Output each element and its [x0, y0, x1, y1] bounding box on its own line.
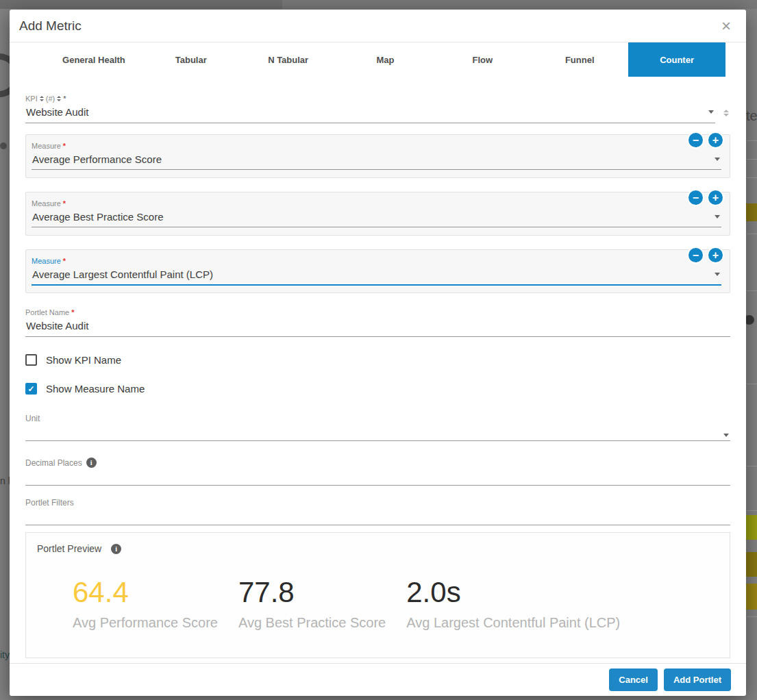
measure-select-value: Average Largest Contentful Paint (LCP)	[32, 268, 709, 280]
portlet-filters-label: Portlet Filters	[25, 498, 730, 508]
chevron-down-icon	[708, 110, 714, 114]
background-text-fragment: ity	[0, 649, 10, 660]
unit-select[interactable]	[25, 423, 730, 441]
spinner-updown-icon[interactable]	[723, 110, 729, 116]
measure-1-actions: − +	[687, 132, 724, 149]
sort-updown-icon	[40, 96, 44, 101]
background-row-line	[746, 466, 757, 466]
show-kpi-name-checkbox[interactable]: Show KPI Name	[25, 354, 121, 366]
cancel-button[interactable]: Cancel	[609, 668, 658, 691]
show-measure-name-checkbox[interactable]: ✓ Show Measure Name	[25, 383, 145, 395]
decimal-places-input[interactable]	[25, 468, 730, 486]
remove-measure-button[interactable]: −	[687, 247, 704, 264]
checkbox-label: Show Measure Name	[46, 383, 145, 395]
checkbox-label: Show KPI Name	[46, 354, 121, 366]
counter-value: 64.4	[73, 576, 218, 609]
portlet-name-input[interactable]: Website Audit	[25, 316, 730, 337]
modal-header: Add Metric ×	[10, 10, 746, 42]
tab-funnel[interactable]: Funnel	[531, 42, 628, 77]
background-row-line	[746, 177, 757, 178]
decimal-places-label: Decimal Places i	[25, 458, 730, 468]
background-row-line	[746, 140, 757, 141]
measure-select-1[interactable]: Average Performance Score	[32, 150, 721, 170]
modal-footer: Cancel Add Portlet	[10, 663, 746, 696]
add-measure-button[interactable]: +	[707, 132, 724, 149]
counter-lcp: 2.0s Avg Largest Contentful Paint (LCP)	[406, 576, 620, 631]
sort-updown-icon	[57, 96, 61, 101]
add-measure-button[interactable]: +	[707, 189, 724, 206]
kpi-label: KPI (#) *	[25, 95, 730, 103]
measure-label: Measure*	[32, 142, 721, 150]
modal-body: KPI (#) * Website Audit − + Measure*	[10, 77, 746, 663]
info-icon[interactable]: i	[111, 544, 121, 554]
background-row-line	[746, 290, 757, 291]
counter-label: Avg Performance Score	[73, 615, 218, 631]
counter-best-practice-score: 77.8 Avg Best Practice Score	[238, 576, 386, 631]
measure-2-actions: − +	[687, 189, 724, 206]
counter-value: 77.8	[238, 576, 386, 609]
portlet-name-value: Website Audit	[26, 320, 729, 332]
measure-select-value: Average Best Practice Score	[32, 211, 709, 223]
decimal-places-block: Decimal Places i	[25, 458, 730, 486]
portlet-preview-panel: Portlet Preview i 64.4 Avg Performance S…	[25, 532, 730, 658]
tab-flow[interactable]: Flow	[434, 42, 531, 77]
measure-select-value: Average Performance Score	[32, 153, 709, 165]
measure-block-2: − + Measure* Average Best Practice Score	[25, 192, 730, 236]
background-row-line	[746, 616, 757, 617]
chevron-down-icon	[715, 215, 720, 218]
unit-block: Unit	[25, 414, 730, 441]
preview-counters: 64.4 Avg Performance Score 77.8 Avg Best…	[37, 576, 719, 631]
measure-block-3: − + Measure* Average Largest Contentful …	[25, 249, 730, 293]
add-measure-button[interactable]: +	[707, 247, 724, 264]
portlet-filters-input[interactable]	[25, 508, 730, 525]
background-dot	[0, 142, 7, 149]
required-mark: *	[63, 199, 66, 208]
add-portlet-button[interactable]: Add Portlet	[664, 668, 731, 691]
background-row-line	[746, 159, 757, 160]
required-mark: *	[63, 142, 66, 150]
required-mark: *	[63, 95, 66, 103]
remove-measure-button[interactable]: −	[687, 189, 704, 206]
tab-map[interactable]: Map	[337, 42, 434, 77]
kpi-select[interactable]: Website Audit	[25, 103, 715, 123]
remove-measure-button[interactable]: −	[687, 132, 704, 149]
tab-general-health[interactable]: General Health	[45, 42, 142, 77]
measure-block-1: − + Measure* Average Performance Score	[25, 134, 730, 178]
measure-3-actions: − +	[687, 247, 724, 264]
required-mark: *	[71, 308, 74, 316]
chevron-down-icon	[723, 434, 729, 437]
counter-performance-score: 64.4 Avg Performance Score	[73, 576, 218, 631]
measure-label: Measure*	[32, 199, 721, 208]
tab-n-tabular[interactable]: N Tabular	[240, 42, 337, 77]
tab-bar: General Health Tabular N Tabular Map Flo…	[10, 42, 746, 77]
chevron-down-icon	[715, 158, 720, 161]
kpi-select-value: Website Audit	[26, 106, 703, 118]
background-row-line	[746, 234, 757, 234]
measure-label: Measure*	[32, 257, 721, 265]
close-icon[interactable]: ×	[717, 16, 735, 36]
unit-label: Unit	[25, 414, 730, 423]
info-icon[interactable]: i	[86, 458, 97, 468]
counter-label: Avg Largest Contentful Paint (LCP)	[406, 615, 620, 631]
tab-counter[interactable]: Counter	[628, 42, 725, 77]
background-topbar-seam	[282, 0, 757, 9]
modal-title: Add Metric	[19, 18, 717, 34]
tab-tabular[interactable]: Tabular	[142, 42, 240, 77]
counter-label: Avg Best Practice Score	[238, 615, 386, 631]
background-row-line	[746, 510, 757, 511]
portlet-name-block: Portlet Name* Website Audit	[25, 308, 730, 337]
portlet-filters-block: Portlet Filters	[25, 498, 730, 525]
counter-value: 2.0s	[406, 576, 620, 609]
measure-select-2[interactable]: Average Best Practice Score	[32, 208, 721, 227]
measure-select-3[interactable]: Average Largest Contentful Paint (LCP)	[32, 265, 721, 286]
checkbox-unchecked-icon	[25, 354, 37, 366]
kpi-field-row: Website Audit	[25, 103, 730, 123]
add-metric-modal: Add Metric × General Health Tabular N Ta…	[10, 10, 746, 696]
portlet-name-label: Portlet Name*	[25, 308, 730, 316]
chevron-down-icon	[715, 273, 720, 276]
background-row-line	[746, 384, 757, 384]
checkbox-checked-icon: ✓	[25, 383, 37, 395]
portlet-preview-title: Portlet Preview	[37, 543, 101, 554]
background-text-fragment: te	[746, 108, 757, 124]
kpi-field-block: KPI (#) * Website Audit	[25, 95, 730, 123]
